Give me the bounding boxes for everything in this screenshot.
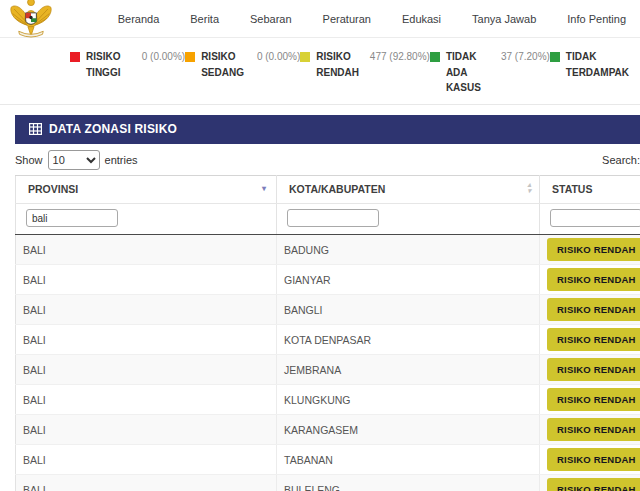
top-navbar: Beranda Berita Sebaran Peraturan Edukasi…: [0, 0, 640, 38]
column-label: KOTA/KABUPATEN: [289, 183, 385, 195]
legend-tidak-terdampak: TIDAK TERDAMPAK: [550, 49, 636, 96]
panel-title: DATA ZONASI RISIKO: [49, 122, 177, 136]
table-row: BALI GIANYAR RISIKO RENDAH: [16, 265, 640, 295]
table-row: BALI KARANGASEM RISIKO RENDAH: [16, 415, 640, 445]
status-badge[interactable]: RISIKO RENDAH: [547, 358, 640, 381]
kota-cell: JEMBRANA: [277, 355, 540, 385]
nav-item-info-penting[interactable]: Info Penting: [567, 13, 626, 25]
status-cell: RISIKO RENDAH: [540, 235, 640, 265]
status-badge[interactable]: RISIKO RENDAH: [547, 328, 640, 351]
risk-high-swatch-icon: [70, 52, 80, 62]
status-cell: RISIKO RENDAH: [540, 415, 640, 445]
column-label: PROVINSI: [28, 183, 78, 195]
kota-cell: KARANGASEM: [277, 415, 540, 445]
nav-item-peraturan[interactable]: Peraturan: [323, 13, 371, 25]
legend-value: 37 (7.20%): [501, 49, 550, 65]
nav-item-edukasi[interactable]: Edukasi: [402, 13, 441, 25]
sort-unsorted-icon[interactable]: ▴▾: [527, 182, 531, 195]
kota-filter-input[interactable]: [287, 209, 379, 227]
entries-label: entries: [105, 154, 138, 166]
legend-label: RISIKO TINGGI: [86, 49, 135, 80]
nav-item-beranda[interactable]: Beranda: [118, 13, 160, 25]
legend-risiko-rendah: RISIKO RENDAH 477 (92.80%): [300, 49, 430, 96]
column-header-kota-kabupaten[interactable]: KOTA/KABUPATEN ▴▾: [277, 175, 540, 203]
legend-label: RISIKO RENDAH: [316, 49, 363, 80]
nav-item-tanya-jawab[interactable]: Tanya Jawab: [472, 13, 536, 25]
status-cell: RISIKO RENDAH: [540, 295, 640, 325]
risk-zonation-table: PROVINSI ▾ KOTA/KABUPATEN ▴▾ STATUS BALI: [15, 175, 640, 491]
provinsi-cell: BALI: [16, 475, 277, 491]
status-cell: RISIKO RENDAH: [540, 385, 640, 415]
provinsi-cell: BALI: [16, 295, 277, 325]
risk-medium-swatch-icon: [185, 52, 195, 62]
provinsi-cell: BALI: [16, 415, 277, 445]
provinsi-filter-input[interactable]: [26, 209, 118, 227]
legend-label: RISIKO SEDANG: [201, 49, 250, 80]
unaffected-swatch-icon: [550, 52, 560, 62]
status-badge[interactable]: RISIKO RENDAH: [547, 478, 640, 491]
nav-item-sebaran[interactable]: Sebaran: [250, 13, 292, 25]
legend-risiko-tinggi: RISIKO TINGGI 0 (0.00%): [70, 49, 185, 96]
garuda-pancasila-logo-icon: [8, 0, 54, 41]
table-row: BALI KLUNGKUNG RISIKO RENDAH: [16, 385, 640, 415]
column-header-status[interactable]: STATUS: [540, 175, 640, 203]
nav-item-berita[interactable]: Berita: [190, 13, 219, 25]
no-case-swatch-icon: [430, 52, 440, 62]
status-cell: RISIKO RENDAH: [540, 475, 640, 491]
status-badge[interactable]: RISIKO RENDAH: [547, 298, 640, 321]
kota-cell: KOTA DENPASAR: [277, 325, 540, 355]
legend-value: 0 (0.00%): [257, 49, 300, 65]
table-row: BALI BADUNG RISIKO RENDAH: [16, 235, 640, 265]
column-header-provinsi[interactable]: PROVINSI ▾: [16, 175, 277, 203]
legend-value: 0 (0.00%): [142, 49, 185, 65]
kota-cell: GIANYAR: [277, 265, 540, 295]
status-filter-input[interactable]: [550, 209, 640, 227]
table-row: BALI BANGLI RISIKO RENDAH: [16, 295, 640, 325]
table-row: BALI BULELENG RISIKO RENDAH: [16, 475, 640, 491]
column-filter-row: [16, 203, 640, 235]
risk-legend: RISIKO TINGGI 0 (0.00%) RISIKO SEDANG 0 …: [0, 38, 640, 105]
provinsi-cell: BALI: [16, 445, 277, 475]
kota-cell: BADUNG: [277, 235, 540, 265]
status-cell: RISIKO RENDAH: [540, 265, 640, 295]
legend-risiko-sedang: RISIKO SEDANG 0 (0.00%): [185, 49, 300, 96]
legend-tidak-ada-kasus: TIDAK ADA KASUS 37 (7.20%): [430, 49, 550, 96]
kota-cell: KLUNGKUNG: [277, 385, 540, 415]
kota-cell: TABANAN: [277, 445, 540, 475]
risk-zonation-panel: DATA ZONASI RISIKO Show 10 entries Searc…: [15, 115, 640, 491]
kota-cell: BANGLI: [277, 295, 540, 325]
status-badge[interactable]: RISIKO RENDAH: [547, 448, 640, 471]
kota-cell: BULELENG: [277, 475, 540, 491]
provinsi-cell: BALI: [16, 265, 277, 295]
show-label: Show: [15, 154, 43, 166]
provinsi-cell: BALI: [16, 385, 277, 415]
status-cell: RISIKO RENDAH: [540, 355, 640, 385]
legend-label: TIDAK ADA KASUS: [446, 49, 494, 96]
status-cell: RISIKO RENDAH: [540, 445, 640, 475]
status-badge[interactable]: RISIKO RENDAH: [547, 418, 640, 441]
legend-value: 477 (92.80%): [370, 49, 430, 65]
page-size-select[interactable]: 10: [48, 150, 100, 170]
provinsi-cell: BALI: [16, 325, 277, 355]
status-badge[interactable]: RISIKO RENDAH: [547, 268, 640, 291]
search-label: Search:: [602, 154, 640, 166]
table-controls: Show 10 entries Search:: [15, 150, 640, 170]
table-row: BALI KOTA DENPASAR RISIKO RENDAH: [16, 325, 640, 355]
table-header-row: PROVINSI ▾ KOTA/KABUPATEN ▴▾ STATUS: [16, 175, 640, 203]
legend-label: TIDAK TERDAMPAK: [566, 49, 629, 80]
table-row: BALI JEMBRANA RISIKO RENDAH: [16, 355, 640, 385]
status-badge[interactable]: RISIKO RENDAH: [547, 388, 640, 411]
risk-low-swatch-icon: [300, 52, 310, 62]
table-icon: [29, 123, 42, 135]
provinsi-cell: BALI: [16, 355, 277, 385]
panel-title-bar: DATA ZONASI RISIKO: [15, 115, 640, 144]
column-label: STATUS: [552, 183, 592, 195]
provinsi-cell: BALI: [16, 235, 277, 265]
sort-descending-icon[interactable]: ▾: [262, 185, 266, 193]
status-cell: RISIKO RENDAH: [540, 325, 640, 355]
table-row: BALI TABANAN RISIKO RENDAH: [16, 445, 640, 475]
status-badge[interactable]: RISIKO RENDAH: [547, 238, 640, 261]
